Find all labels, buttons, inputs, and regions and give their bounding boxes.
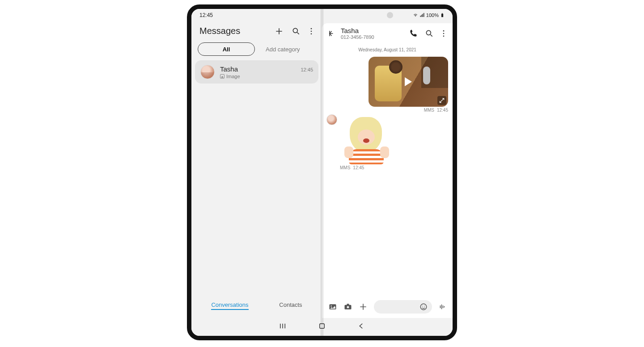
video-message[interactable] (369, 57, 448, 107)
gallery-icon[interactable] (328, 302, 337, 311)
chat-more-icon[interactable] (441, 29, 446, 38)
status-icons: 100% (413, 13, 445, 18)
play-icon (405, 77, 412, 86)
chat-search-icon[interactable] (425, 29, 434, 38)
status-time: 12:45 (199, 12, 213, 18)
call-icon[interactable] (409, 29, 418, 38)
chat-contact-name: Tasha (341, 27, 404, 34)
svg-point-7 (443, 30, 445, 32)
camera-icon[interactable] (343, 302, 352, 311)
svg-point-8 (443, 33, 445, 34)
back-icon[interactable] (328, 29, 336, 38)
add-category-button[interactable]: Add category (266, 46, 300, 53)
compose-icon[interactable] (275, 27, 284, 36)
messages-title: Messages (199, 26, 240, 36)
attach-more-icon[interactable] (359, 302, 368, 311)
battery-text: 100% (426, 13, 439, 18)
signal-icon (419, 13, 425, 18)
search-icon[interactable] (292, 27, 301, 36)
date-separator: Wednesday, August 11, 2021 (326, 47, 448, 52)
battery-icon (440, 13, 445, 18)
sender-avatar (326, 114, 337, 125)
expand-icon[interactable] (437, 96, 446, 105)
home-button[interactable] (318, 322, 326, 332)
chat-contact-number: 012-3456-7890 (341, 34, 404, 40)
conversation-item[interactable]: Tasha 12:45 Image (195, 60, 318, 84)
svg-rect-22 (320, 324, 325, 329)
sticker-message[interactable] (340, 114, 392, 164)
svg-point-16 (422, 306, 423, 307)
message-tag: MMS (424, 108, 434, 113)
svg-point-4 (311, 30, 312, 32)
image-attachment-icon (220, 74, 225, 79)
svg-point-13 (347, 306, 349, 308)
message-input[interactable] (374, 300, 432, 314)
message-tag: MMS (340, 165, 350, 170)
compose-bar (322, 297, 453, 318)
svg-rect-14 (347, 304, 349, 305)
svg-point-9 (443, 35, 445, 37)
avatar (200, 65, 215, 79)
chat-pane: Tasha 012-3456-7890 (322, 23, 453, 318)
conversation-name: Tasha (220, 65, 238, 73)
tab-all[interactable]: All (198, 42, 255, 56)
svg-point-3 (311, 28, 312, 29)
svg-point-17 (424, 306, 425, 307)
svg-rect-18 (440, 305, 441, 308)
recents-button[interactable] (279, 322, 287, 332)
svg-rect-0 (441, 14, 443, 17)
svg-rect-20 (443, 305, 444, 308)
conversation-time: 12:45 (301, 67, 313, 72)
conversation-list-pane: Messages All Add (191, 21, 322, 318)
sticker-picker-icon[interactable] (419, 303, 428, 311)
svg-rect-1 (442, 13, 443, 13)
system-nav-bar (191, 318, 453, 336)
more-icon[interactable] (309, 27, 314, 36)
svg-point-6 (426, 30, 431, 35)
svg-rect-19 (441, 305, 442, 309)
back-button[interactable] (357, 322, 365, 332)
conversation-preview: Image (226, 74, 240, 79)
svg-point-11 (330, 305, 332, 307)
wifi-icon (413, 13, 418, 18)
bottom-tab-contacts[interactable]: Contacts (279, 301, 302, 310)
svg-point-15 (420, 304, 427, 310)
svg-point-5 (311, 33, 312, 34)
message-time: 12:45 (437, 108, 448, 113)
bottom-tab-conversations[interactable]: Conversations (211, 301, 248, 310)
voice-input-icon[interactable] (438, 303, 446, 311)
message-time: 12:45 (353, 165, 364, 170)
svg-point-2 (293, 28, 297, 33)
svg-rect-21 (444, 306, 445, 308)
front-camera-dot (387, 12, 393, 18)
status-bar: 12:45 100% (191, 9, 453, 21)
